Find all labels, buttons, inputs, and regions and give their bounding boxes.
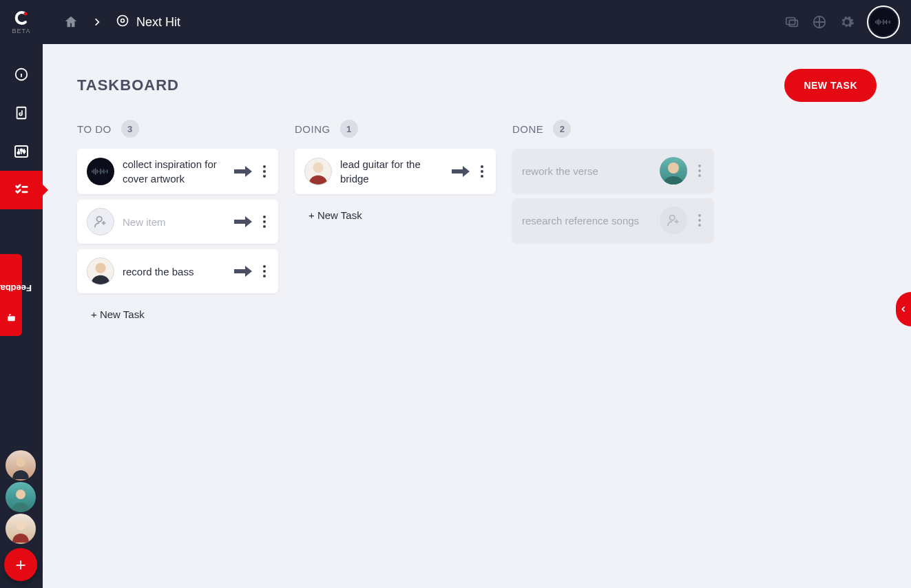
column-doing: DOING 1 lead guitar for the bridge + New… bbox=[295, 120, 496, 221]
sidebar-item-info[interactable] bbox=[0, 55, 43, 94]
add-task-link[interactable]: + New Task bbox=[77, 299, 278, 320]
task-card[interactable]: collect inspiration for cover artwork bbox=[77, 149, 278, 194]
svg-point-16 bbox=[97, 217, 102, 222]
task-text: record the bass bbox=[123, 264, 226, 279]
feedback-tab[interactable]: Feedback bbox=[0, 254, 22, 336]
add-task-link[interactable]: + New Task bbox=[295, 200, 496, 221]
column-count: 1 bbox=[340, 120, 358, 138]
page-header: TASKBOARD NEW TASK bbox=[77, 69, 877, 102]
svg-rect-4 bbox=[789, 20, 797, 26]
svg-rect-3 bbox=[786, 18, 795, 25]
move-right-icon[interactable] bbox=[452, 165, 470, 178]
task-avatar bbox=[660, 157, 687, 185]
main-content: TASKBOARD NEW TASK TO DO 3 collect inspi… bbox=[43, 44, 911, 588]
svg-point-9 bbox=[18, 152, 20, 154]
task-placeholder[interactable]: New item bbox=[123, 215, 226, 229]
column-header: DOING 1 bbox=[295, 120, 496, 138]
task-card-new[interactable]: New item bbox=[77, 200, 278, 244]
plus-icon: + bbox=[15, 554, 25, 576]
column-title: DONE bbox=[512, 123, 543, 135]
move-right-icon[interactable] bbox=[234, 216, 252, 228]
globe-icon[interactable] bbox=[812, 14, 827, 30]
chat-icon[interactable] bbox=[784, 14, 799, 30]
svg-point-14 bbox=[16, 490, 25, 499]
card-menu-icon[interactable] bbox=[260, 262, 269, 280]
beta-label: BETA bbox=[12, 28, 31, 34]
task-card[interactable]: record the bass bbox=[77, 249, 278, 293]
svg-rect-12 bbox=[8, 316, 15, 321]
svg-point-11 bbox=[23, 151, 25, 153]
card-menu-icon[interactable] bbox=[260, 213, 269, 231]
svg-point-10 bbox=[21, 149, 23, 151]
move-right-icon[interactable] bbox=[234, 165, 252, 178]
column-title: DOING bbox=[295, 123, 331, 135]
task-text: collect inspiration for cover artwork bbox=[123, 157, 226, 186]
task-text: rework the verse bbox=[522, 164, 651, 178]
svg-point-18 bbox=[313, 162, 323, 173]
disc-icon bbox=[116, 14, 129, 31]
column-todo: TO DO 3 collect inspiration for cover ar… bbox=[77, 120, 278, 320]
svg-point-2 bbox=[121, 19, 125, 22]
collaborator-avatar[interactable] bbox=[4, 512, 37, 545]
new-task-button[interactable]: NEW TASK bbox=[784, 69, 877, 102]
task-text: research reference songs bbox=[522, 213, 651, 228]
collaborator-avatar[interactable] bbox=[4, 449, 37, 482]
column-header: TO DO 3 bbox=[77, 120, 278, 138]
task-card[interactable]: lead guitar for the bridge bbox=[295, 149, 496, 194]
task-board: TO DO 3 collect inspiration for cover ar… bbox=[77, 120, 877, 320]
home-icon[interactable] bbox=[63, 14, 78, 30]
svg-point-19 bbox=[668, 162, 679, 174]
sidebar-item-taskboard[interactable] bbox=[0, 171, 43, 209]
chevron-right-icon bbox=[92, 17, 102, 27]
move-right-icon[interactable] bbox=[234, 265, 252, 277]
collaborator-stack: + bbox=[4, 449, 37, 581]
add-fab[interactable]: + bbox=[4, 548, 37, 581]
column-done: DONE 2 rework the verse research referen… bbox=[512, 120, 713, 248]
collaborator-avatar[interactable] bbox=[4, 481, 37, 514]
card-menu-icon[interactable] bbox=[478, 162, 486, 180]
breadcrumb-title-text: Next Hit bbox=[136, 15, 180, 30]
sidebar-item-mixer[interactable] bbox=[0, 132, 43, 171]
svg-point-20 bbox=[670, 216, 675, 220]
assign-user-icon[interactable] bbox=[660, 207, 687, 234]
breadcrumb-title[interactable]: Next Hit bbox=[116, 14, 180, 31]
assign-user-icon[interactable] bbox=[87, 208, 114, 235]
svg-point-13 bbox=[16, 457, 25, 467]
column-count: 3 bbox=[121, 120, 139, 138]
column-header: DONE 2 bbox=[512, 120, 713, 138]
sidebar-item-music-file[interactable] bbox=[0, 94, 43, 132]
app-header: BETA Next Hit bbox=[0, 0, 911, 44]
task-card-done[interactable]: rework the verse bbox=[512, 149, 713, 193]
gear-icon[interactable] bbox=[839, 14, 855, 30]
task-text: lead guitar for the bridge bbox=[340, 157, 443, 186]
svg-point-1 bbox=[118, 15, 128, 25]
svg-point-17 bbox=[95, 263, 105, 273]
task-card-done[interactable]: research reference songs bbox=[512, 198, 713, 242]
card-menu-icon[interactable] bbox=[695, 211, 704, 229]
svg-point-15 bbox=[16, 521, 25, 530]
task-avatar bbox=[87, 258, 114, 285]
breadcrumb: Next Hit bbox=[63, 14, 180, 31]
logo-icon bbox=[13, 10, 30, 26]
header-actions bbox=[784, 6, 900, 39]
feedback-label: Feedback bbox=[0, 283, 32, 293]
brand-logo[interactable]: BETA bbox=[0, 0, 43, 44]
task-avatar bbox=[304, 158, 332, 185]
card-menu-icon[interactable] bbox=[695, 162, 704, 180]
column-title: TO DO bbox=[77, 123, 112, 135]
card-menu-icon[interactable] bbox=[260, 162, 269, 180]
profile-avatar[interactable] bbox=[867, 6, 900, 39]
svg-point-0 bbox=[24, 12, 28, 16]
column-count: 2 bbox=[553, 120, 571, 138]
waveform-icon bbox=[870, 8, 897, 36]
task-avatar bbox=[87, 158, 114, 185]
page-title: TASKBOARD bbox=[77, 76, 179, 94]
